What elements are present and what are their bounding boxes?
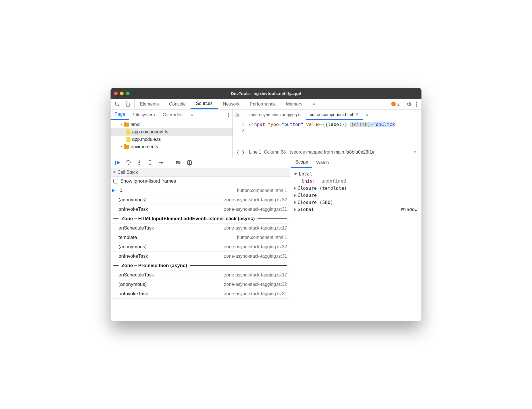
editor-tab[interactable]: button.component.html ✕ [306,110,363,120]
tree-file[interactable]: app.component.ts [111,128,232,136]
scope-value: Window [401,207,417,212]
step-into-icon[interactable] [136,160,142,166]
tree-file[interactable]: app.module.ts [111,136,232,143]
source-map-link[interactable]: main.fa8bfa0e23f1e [334,150,374,154]
scope-label: Global [298,207,314,212]
code-editor[interactable]: 12 <input type="button" value={{label}} … [233,120,421,147]
callstack-list: i0 button.component.html:1 (anonymous) z… [111,186,290,321]
scope-section[interactable]: Closure [294,192,417,199]
scope-section[interactable]: Closure (template) [294,185,417,192]
step-out-icon[interactable] [147,160,153,166]
frame-name: onInvokeTask [119,206,148,212]
sources-navigator: Page Filesystem Overrides » label app.co… [111,110,233,157]
stack-frame[interactable]: (anonymous) zone-async-stack-tagging.ts:… [111,280,290,289]
tab-network[interactable]: Network [218,99,245,109]
ignore-listed-label: Show ignore-listed frames [120,178,176,184]
stack-frame[interactable]: onInvokeTask zone-async-stack-tagging.ts… [111,289,290,299]
tree-folder[interactable]: label [111,121,232,128]
frame-location: zone-async-stack-tagging.ts:31 [224,291,287,296]
device-toolbar-icon[interactable] [124,101,130,107]
svg-point-3 [416,102,417,103]
scope-section[interactable]: Global Window [294,206,417,213]
navigator-kebab-icon[interactable] [225,110,232,120]
deactivate-breakpoints-icon[interactable] [176,160,182,166]
resume-icon[interactable] [115,160,121,166]
disclosure-right-icon [294,201,296,204]
tab-scope[interactable]: Scope [291,157,312,168]
navigator-tabs: Page Filesystem Overrides » [111,110,232,120]
titlebar: DevTools - ng-devtools.netlify.app/ [111,88,421,99]
navigator-tab-page[interactable]: Page [111,110,129,120]
stack-frame[interactable]: onScheduleTask zone-async-stack-tagging.… [111,270,290,280]
scope-tabs: Scope Watch [290,157,421,168]
frame-name: onInvokeTask [119,253,148,259]
tab-watch[interactable]: Watch [312,157,333,168]
tree-label: app.module.ts [132,137,161,142]
svg-point-13 [139,164,140,165]
error-count-badge[interactable]: 2 [389,101,402,107]
stack-frame[interactable]: onInvokeTask zone-async-stack-tagging.ts… [111,252,290,261]
editor-tabs: zone-async-stack-tagging.ts button.compo… [233,110,421,120]
toolbar-divider [170,160,170,166]
stack-frame[interactable]: onInvokeTask zone-async-stack-tagging.ts… [111,205,290,214]
settings-icon[interactable] [406,101,412,107]
coverage-toggle-icon[interactable]: ▾ [412,149,418,155]
close-tab-icon[interactable]: ✕ [355,112,359,117]
svg-point-15 [162,162,163,163]
stack-frame[interactable]: (anonymous) zone-async-stack-tagging.ts:… [111,195,290,205]
disclosure-right-icon [294,194,296,197]
tree-folder[interactable]: environments [111,143,232,150]
sources-upper-panes: Page Filesystem Overrides » label app.co… [111,110,421,157]
kebab-menu-icon[interactable] [416,101,417,107]
scope-label: Local [299,171,312,177]
frame-name: template [119,235,137,240]
folder-icon [124,123,129,127]
scope-section[interactable]: Local [294,170,417,177]
stack-frame[interactable]: template button.component.html:1 [111,233,290,242]
step-over-icon[interactable] [125,160,132,166]
scope-tree[interactable]: Local this: undefined Closure (template)… [290,168,421,321]
file-icon [126,129,130,135]
frame-location: zone-async-stack-tagging.ts:17 [224,226,287,231]
tab-elements[interactable]: Elements [135,99,164,109]
stack-frame[interactable]: onScheduleTask zone-async-stack-tagging.… [111,224,290,233]
navigator-tab-filesystem[interactable]: Filesystem [129,110,159,120]
toggle-navigator-icon[interactable] [233,110,244,120]
navigator-more-tabs-icon[interactable]: » [186,110,197,120]
step-icon[interactable] [158,160,164,166]
frame-location: zone-async-stack-tagging.ts:32 [224,244,287,249]
frame-location: zone-async-stack-tagging.ts:32 [224,197,287,203]
checkbox-icon[interactable] [113,179,118,183]
frame-name: onScheduleTask [119,225,154,231]
callstack-header[interactable]: Call Stack [111,168,290,177]
svg-point-4 [416,104,417,105]
file-tree[interactable]: label app.component.ts app.module.ts env… [111,120,232,157]
source-map-info: (source mapped from main.fa8bfa0e23f1e [290,150,375,155]
editor-tab[interactable]: zone-async-stack-tagging.ts [244,110,306,120]
frame-location: button.component.html:1 [237,188,287,193]
editor-more-tabs-icon[interactable]: » [363,110,371,120]
stack-frame[interactable]: i0 button.component.html:1 [111,186,290,195]
inspect-element-icon[interactable] [115,101,121,107]
svg-rect-11 [115,161,116,165]
tab-memory[interactable]: Memory [281,99,307,109]
navigator-tab-overrides[interactable]: Overrides [159,110,186,120]
tab-sources[interactable]: Sources [191,99,218,109]
debugger-toolbar [111,157,290,168]
pause-on-exceptions-icon[interactable] [186,160,193,166]
svg-point-12 [128,164,129,165]
tab-performance[interactable]: Performance [245,99,281,109]
tab-console[interactable]: Console [164,99,191,109]
more-tabs-icon[interactable]: » [307,99,320,109]
scope-variable[interactable]: this: undefined [294,177,417,185]
scope-section[interactable]: Closure (580) [294,199,417,206]
disclosure-right-icon [294,187,296,190]
svg-point-14 [149,164,151,165]
frame-location: zone-async-stack-tagging.ts:31 [224,254,287,259]
ignore-listed-toggle[interactable]: Show ignore-listed frames [111,177,290,186]
async-label: Zone – Promise.then (async) [121,263,187,268]
pretty-print-icon[interactable]: { } [236,149,245,155]
debugger-panes: Call Stack Show ignore-listed frames i0 … [111,157,421,321]
stack-frame[interactable]: (anonymous) zone-async-stack-tagging.ts:… [111,242,290,252]
async-label: Zone – HTMLInputElement.addEventListener… [121,216,255,222]
